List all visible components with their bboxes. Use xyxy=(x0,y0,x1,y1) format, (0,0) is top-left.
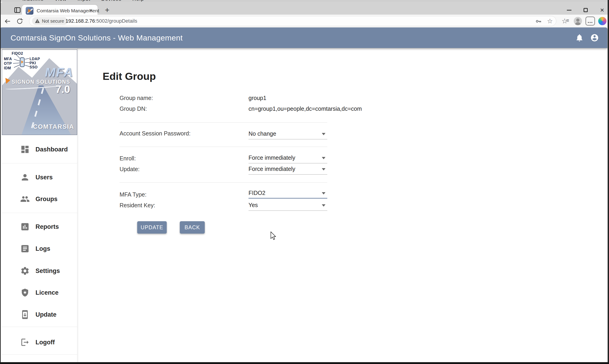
sidebar-divider xyxy=(2,163,77,163)
bookmark-star-icon[interactable]: ☆ xyxy=(546,18,553,25)
update-button[interactable]: UPDATE xyxy=(137,221,167,234)
sidebar-item-users[interactable]: Users xyxy=(2,168,77,187)
sidebar-item-settings[interactable]: Settings xyxy=(2,261,77,281)
sidebar-item-logs[interactable]: Logs xyxy=(2,239,77,258)
sidebar-item-reports[interactable]: Reports xyxy=(2,217,77,236)
user-icon xyxy=(20,172,30,182)
sidebar-item-label: Logoff xyxy=(36,333,55,352)
update-label: Update: xyxy=(120,165,140,173)
account-session-password-select[interactable]: No change xyxy=(248,129,327,139)
logo-version: 7.0 xyxy=(55,83,70,95)
address-bar[interactable]: Not secure 192.168.2.76:5002/groupDetail… xyxy=(29,16,556,26)
app-title: Comtarsia SignOn Solutions - Web Managem… xyxy=(11,27,183,48)
group-name-value: group1 xyxy=(248,94,266,102)
logo-label-otp: OTP xyxy=(4,62,12,66)
resident-key-label: Resident Key: xyxy=(120,202,155,209)
refresh-icon[interactable] xyxy=(16,18,23,25)
copilot-icon[interactable] xyxy=(598,17,607,25)
settings-gear-icon xyxy=(20,266,30,276)
account-icon[interactable] xyxy=(590,33,599,42)
reports-icon xyxy=(20,222,30,232)
tab-close-icon[interactable]: × xyxy=(87,7,94,14)
sidebar-item-label: Update xyxy=(36,305,56,324)
sidebar-item-label: Groups xyxy=(36,189,57,209)
logo-label-fido2: FIDO2 xyxy=(12,52,23,56)
logs-icon xyxy=(20,244,30,253)
mfa-type-label: MFA Type: xyxy=(120,191,147,198)
sidebar-divider xyxy=(2,213,77,213)
chevron-down-icon xyxy=(322,133,325,135)
sidebar-item-dashboard[interactable]: Dashboard xyxy=(2,140,77,159)
dashboard-icon xyxy=(20,144,30,154)
sidebar-divider xyxy=(2,327,77,327)
vm-border-right xyxy=(608,0,609,364)
sidebar-item-licence[interactable]: Licence xyxy=(2,283,77,302)
sidebar-divider xyxy=(2,354,77,355)
logo-brand: COMTARSIA xyxy=(33,123,74,130)
back-button[interactable]: BACK xyxy=(180,221,205,234)
sidebar-item-label: Logs xyxy=(36,239,50,258)
logo-label-sso: SSO xyxy=(29,65,38,69)
update-select[interactable]: Force immediately xyxy=(248,164,327,175)
page-title: Edit Group xyxy=(103,70,156,82)
main-content: Edit Group Group name: group1 Group DN: … xyxy=(78,48,607,362)
licence-shield-icon xyxy=(20,288,30,298)
new-tab-button[interactable]: + xyxy=(102,5,112,15)
security-label: Not secure xyxy=(42,19,64,24)
tab-bar: Comtarsia Web Management × + × xyxy=(0,2,609,15)
logo-mfa-big: MFA xyxy=(45,65,73,80)
product-logo: FIDO2 MFA OTP IDM LDAP PKI SSO MFA SIGNO… xyxy=(2,49,77,135)
tab-actions-icon[interactable] xyxy=(13,6,22,14)
profile-avatar[interactable] xyxy=(574,17,582,25)
sidebar-item-update[interactable]: Update xyxy=(2,305,77,324)
sidebar-item-groups[interactable]: Groups xyxy=(2,189,77,209)
group-dn-value: cn=group1,ou=people,dc=comtarsia,dc=com xyxy=(248,105,362,112)
group-dn-label: Group DN: xyxy=(120,105,147,112)
url-path: :5002/groupDetails xyxy=(95,18,137,24)
warning-icon xyxy=(35,19,40,24)
comtarsia-favicon xyxy=(26,7,33,15)
sidebar-item-label: Dashboard xyxy=(36,140,68,159)
favorites-icon[interactable]: ☆≡ xyxy=(562,17,570,25)
group-name-label: Group name: xyxy=(120,94,153,102)
site-security-chip[interactable]: Not secure xyxy=(32,17,68,25)
chevron-down-icon xyxy=(322,168,325,170)
mfa-type-select[interactable]: FIDO2 xyxy=(248,188,327,199)
vm-menu-strip: Machine View Input Devices Help xyxy=(0,0,609,2)
logo-label-ldap: LDAP xyxy=(29,57,40,61)
sidebar-item-label: Settings xyxy=(36,261,60,281)
resident-key-select[interactable]: Yes xyxy=(248,200,327,211)
sidebar-item-label: Licence xyxy=(36,283,59,302)
back-icon[interactable] xyxy=(4,18,11,25)
logout-icon xyxy=(20,338,30,347)
sidebar-item-logoff[interactable]: Logoff xyxy=(2,333,77,352)
sidebar-item-label: Users xyxy=(36,168,53,187)
chevron-down-icon xyxy=(322,157,325,159)
notifications-bell-icon[interactable] xyxy=(575,33,584,42)
url-text[interactable]: 192.168.2.76:5002/groupDetails xyxy=(66,16,137,26)
vm-border-left xyxy=(0,0,1,364)
settings-more-icon[interactable]: ... xyxy=(585,16,595,26)
form-divider xyxy=(120,147,327,147)
mfa-diagram: FIDO2 MFA OTP IDM LDAP PKI SSO xyxy=(4,52,41,71)
vm-border-bottom xyxy=(0,362,609,364)
sidebar: FIDO2 MFA OTP IDM LDAP PKI SSO MFA SIGNO… xyxy=(2,48,77,362)
logo-label-pki: PKI xyxy=(29,61,36,65)
password-key-icon[interactable] xyxy=(535,18,542,25)
account-session-password-label: Account Session Password: xyxy=(120,130,190,137)
vm-menu-text: Machine View Input Devices Help xyxy=(22,0,144,2)
form-divider xyxy=(120,182,327,182)
sidebar-item-label: Reports xyxy=(36,217,59,236)
chevron-down-icon xyxy=(322,192,325,195)
mouse-cursor xyxy=(270,232,276,241)
url-host: 192.168.2.76 xyxy=(66,18,95,24)
logo-label-mfa: MFA xyxy=(4,57,12,61)
groups-icon xyxy=(20,194,30,204)
form-divider xyxy=(120,122,327,123)
logo-label-idm: IDM xyxy=(4,66,11,70)
app-header: Comtarsia SignOn Solutions - Web Managem… xyxy=(0,27,607,48)
system-update-icon xyxy=(20,310,30,319)
chevron-down-icon xyxy=(322,204,325,207)
enroll-label: Enroll: xyxy=(120,155,136,162)
enroll-select[interactable]: Force immediately xyxy=(248,153,327,163)
